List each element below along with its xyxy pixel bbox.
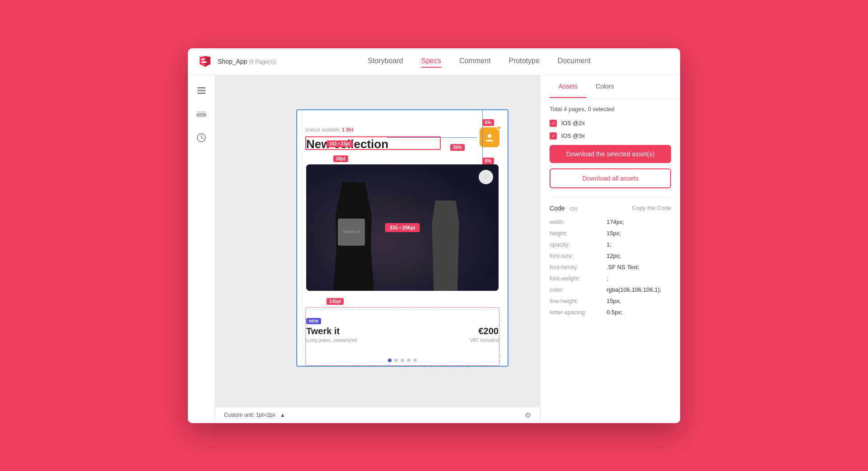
settings-icon[interactable]: ⚙ bbox=[525, 411, 531, 420]
header-nav: Storyboard Specs Comment Prototype Docum… bbox=[287, 55, 671, 68]
stacks-icon[interactable] bbox=[195, 108, 208, 121]
left-sidebar bbox=[188, 75, 215, 423]
dot-1 bbox=[388, 359, 392, 362]
svg-rect-5 bbox=[197, 112, 206, 112]
download-all-button[interactable]: Download all assets bbox=[550, 168, 671, 188]
svg-rect-4 bbox=[197, 93, 205, 94]
right-panel: Assets Colors Total 4 pages, 0 selected … bbox=[540, 75, 680, 423]
header: Shop_App (6 Page(s)) Storyboard Specs Co… bbox=[188, 48, 680, 75]
product-price: €200 bbox=[479, 326, 499, 336]
checkbox-row-ios2x: ✓ iOS @2x bbox=[550, 120, 671, 127]
checkbox-label-ios3x: iOS @3x bbox=[561, 132, 585, 139]
heart-button[interactable]: ♡ bbox=[479, 170, 493, 184]
checkbox-ios3x[interactable]: ✓ bbox=[550, 132, 557, 140]
unit-arrow[interactable]: ▲ bbox=[280, 412, 285, 418]
code-header: Code css Copy the Code bbox=[550, 204, 671, 212]
code-prop-font-weight: font-weight: ; bbox=[550, 275, 671, 282]
badge-36pct: 36% bbox=[450, 144, 465, 151]
badge-145pt: 145pt bbox=[327, 298, 344, 305]
main-content: product available: 1 364 New collection bbox=[188, 75, 680, 423]
product-vat: VAT included bbox=[470, 337, 499, 343]
code-section: Code css Copy the Code width: 174px; hei… bbox=[550, 197, 671, 316]
product-description: Long jeans, sweartshirt bbox=[306, 337, 357, 343]
product-image: TWERK IT ♡ 335 • 206pt bbox=[306, 164, 499, 291]
checkbox-ios2x[interactable]: ✓ bbox=[550, 120, 557, 127]
mockup-inner: product available: 1 364 New collection bbox=[297, 110, 508, 366]
dot-4 bbox=[407, 359, 411, 362]
unit-label: Custom unit: 1pt=2px bbox=[224, 412, 275, 418]
code-prop-font-size: font-size: 12px; bbox=[550, 252, 671, 259]
svg-rect-0 bbox=[201, 59, 205, 60]
product-description-row: Long jeans, sweartshirt VAT included bbox=[306, 337, 499, 343]
bottom-bar: Custom unit: 1pt=2px ▲ ⚙ bbox=[215, 407, 540, 423]
code-prop-color: color: rgba(106,106,106,1); bbox=[550, 286, 671, 293]
right-panel-tabs: Assets Colors bbox=[541, 75, 680, 98]
nav-specs[interactable]: Specs bbox=[421, 55, 441, 68]
total-pages: Total 4 pages, 0 selected bbox=[550, 106, 671, 112]
badge-335x206: 335 • 206pt bbox=[385, 223, 420, 232]
svg-rect-2 bbox=[197, 87, 205, 89]
badge-dimension-163x23: 163 • 23pt bbox=[327, 140, 353, 147]
badge-38pt: 38pt bbox=[333, 155, 348, 162]
dot-3 bbox=[401, 359, 404, 362]
nav-comment[interactable]: Comment bbox=[459, 55, 490, 68]
badge-6pct: 6% bbox=[482, 119, 494, 126]
dashed-selection bbox=[305, 307, 499, 366]
code-prop-opacity: opacity: 1; bbox=[550, 241, 671, 248]
tab-assets[interactable]: Assets bbox=[550, 75, 587, 98]
tab-colors[interactable]: Colors bbox=[587, 75, 623, 98]
code-prop-height: height: 15px; bbox=[550, 230, 671, 237]
silhouette-right bbox=[429, 201, 462, 291]
checkbox-row-ios3x: ✓ iOS @3x bbox=[550, 132, 671, 140]
app-window: Shop_App (6 Page(s)) Storyboard Specs Co… bbox=[188, 48, 680, 423]
svg-rect-8 bbox=[197, 116, 206, 117]
history-icon[interactable] bbox=[195, 131, 208, 144]
code-prop-width: width: 174px; bbox=[550, 219, 671, 225]
product-name: Twerk it bbox=[306, 326, 340, 336]
product-name-price: Twerk it €200 bbox=[306, 326, 499, 336]
badge-5pct: 5% bbox=[482, 158, 494, 164]
spacing-line-horizontal bbox=[387, 137, 477, 138]
code-prop-font-family: font-family: .SF NS Text; bbox=[550, 264, 671, 270]
spacing-line-vertical bbox=[482, 110, 483, 164]
copy-code-button[interactable]: Copy the Code bbox=[632, 205, 671, 211]
svg-point-10 bbox=[488, 134, 491, 138]
code-title: Code bbox=[550, 205, 565, 212]
svg-rect-1 bbox=[201, 61, 207, 63]
checkbox-label-ios2x: iOS @2x bbox=[561, 120, 585, 126]
nav-storyboard[interactable]: Storyboard bbox=[368, 55, 403, 68]
profile-dot bbox=[497, 126, 501, 130]
code-prop-letter-spacing: letter-spacing: 0.5px; bbox=[550, 309, 671, 316]
download-selected-button[interactable]: Download the selected asset(s) bbox=[550, 145, 671, 163]
shirt-graphic: TWERK IT bbox=[338, 219, 365, 246]
svg-rect-3 bbox=[197, 90, 205, 91]
logo-icon bbox=[197, 53, 213, 70]
new-badge: NEW bbox=[306, 318, 321, 324]
nav-prototype[interactable]: Prototype bbox=[509, 55, 539, 68]
app-title: Shop_App (6 Page(s)) bbox=[218, 58, 276, 65]
mockup-frame: product available: 1 364 New collection bbox=[296, 109, 509, 367]
code-lang: css bbox=[569, 205, 578, 212]
product-info: NEW Twerk it €200 Long jeans, sweartshir… bbox=[297, 307, 508, 366]
dot-5 bbox=[413, 359, 417, 362]
canvas-area: product available: 1 364 New collection bbox=[215, 75, 540, 423]
layers-icon[interactable] bbox=[195, 84, 208, 97]
pagination-dots bbox=[388, 359, 417, 362]
code-prop-line-height: line-height: 15px; bbox=[550, 298, 671, 304]
right-panel-body: Total 4 pages, 0 selected ✓ iOS @2x ✓ iO… bbox=[541, 98, 680, 423]
header-left: Shop_App (6 Page(s)) bbox=[197, 53, 287, 70]
dot-2 bbox=[394, 359, 398, 362]
nav-document[interactable]: Document bbox=[558, 55, 591, 68]
product-available-label: product available: 1 364 bbox=[305, 127, 353, 132]
